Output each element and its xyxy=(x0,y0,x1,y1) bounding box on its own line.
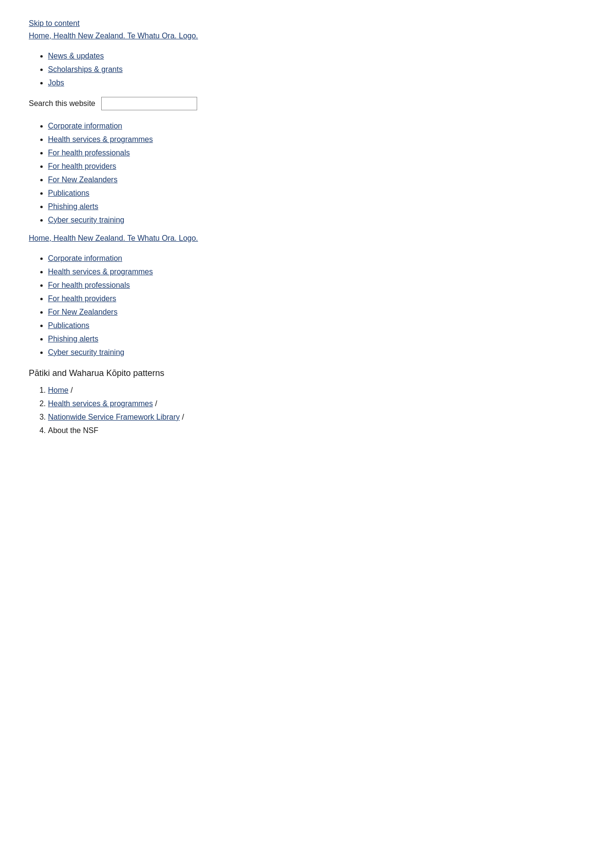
breadcrumb-separator: / xyxy=(71,386,72,394)
breadcrumb-link-health-services[interactable]: Health services & programmes xyxy=(48,399,153,408)
list-item: For New Zealanders xyxy=(48,308,585,317)
logo-link-first[interactable]: Home, Health New Zealand. Te Whatu Ora. … xyxy=(29,32,585,40)
list-item: News & updates xyxy=(48,52,585,60)
list-item: Corporate information xyxy=(48,122,585,130)
list-item: For health providers xyxy=(48,294,585,303)
list-item: Corporate information xyxy=(48,254,585,263)
nav-link-jobs[interactable]: Jobs xyxy=(48,79,64,87)
breadcrumb: Home / Health services & programmes / Na… xyxy=(29,386,585,435)
nav-link-new-zealanders-2[interactable]: For New Zealanders xyxy=(48,308,118,316)
list-item: For health professionals xyxy=(48,149,585,157)
main-nav-first: Corporate information Health services & … xyxy=(29,122,585,224)
nav-link-new-zealanders-1[interactable]: For New Zealanders xyxy=(48,176,118,184)
nav-link-cyber-1[interactable]: Cyber security training xyxy=(48,216,124,224)
list-item: Scholarships & grants xyxy=(48,65,585,74)
breadcrumb-item-nsf-library: Nationwide Service Framework Library / xyxy=(48,413,585,422)
nav-link-scholarships-grants[interactable]: Scholarships & grants xyxy=(48,65,123,73)
nav-link-news-updates[interactable]: News & updates xyxy=(48,52,104,60)
nav-link-corporate-information-2[interactable]: Corporate information xyxy=(48,254,122,262)
nav-link-phishing-2[interactable]: Phishing alerts xyxy=(48,335,98,343)
breadcrumb-separator: / xyxy=(182,413,184,421)
list-item: Cyber security training xyxy=(48,216,585,224)
list-item: Health services & programmes xyxy=(48,135,585,144)
breadcrumb-item-home: Home / xyxy=(48,386,585,395)
breadcrumb-list: Home / Health services & programmes / Na… xyxy=(29,386,585,435)
search-input[interactable] xyxy=(101,97,197,110)
nav-link-health-providers-1[interactable]: For health providers xyxy=(48,162,116,170)
list-item: For New Zealanders xyxy=(48,176,585,184)
list-item: Publications xyxy=(48,321,585,330)
list-item: Jobs xyxy=(48,79,585,87)
breadcrumb-item-about-nsf: About the NSF xyxy=(48,426,585,435)
logo-link-second[interactable]: Home, Health New Zealand. Te Whatu Ora. … xyxy=(29,234,585,243)
nav-link-health-providers-2[interactable]: For health providers xyxy=(48,294,116,303)
nav-link-health-services-1[interactable]: Health services & programmes xyxy=(48,135,153,143)
breadcrumb-link-nsf-library[interactable]: Nationwide Service Framework Library xyxy=(48,413,180,421)
list-item: For health professionals xyxy=(48,281,585,290)
nav-link-cyber-2[interactable]: Cyber security training xyxy=(48,348,124,356)
breadcrumb-separator: / xyxy=(155,399,157,408)
breadcrumb-text-about-nsf: About the NSF xyxy=(48,426,98,434)
nav-link-health-professionals-1[interactable]: For health professionals xyxy=(48,149,130,157)
list-item: Phishing alerts xyxy=(48,335,585,343)
search-label: Search this website xyxy=(29,99,95,108)
nav-link-health-services-2[interactable]: Health services & programmes xyxy=(48,268,153,276)
main-nav-second: Corporate information Health services & … xyxy=(29,254,585,357)
pattern-heading: Pātiki and Waharua Kōpito patterns xyxy=(29,368,585,378)
top-nav-list: News & updates Scholarships & grants Job… xyxy=(29,52,585,87)
list-item: Phishing alerts xyxy=(48,202,585,211)
list-item: For health providers xyxy=(48,162,585,171)
nav-link-publications-2[interactable]: Publications xyxy=(48,321,89,329)
nav-link-health-professionals-2[interactable]: For health professionals xyxy=(48,281,130,289)
top-nav: News & updates Scholarships & grants Job… xyxy=(29,52,585,87)
list-item: Cyber security training xyxy=(48,348,585,357)
search-section: Search this website xyxy=(29,97,585,110)
main-nav-second-list: Corporate information Health services & … xyxy=(29,254,585,357)
skip-to-content-link[interactable]: Skip to content xyxy=(29,19,585,28)
main-nav-first-list: Corporate information Health services & … xyxy=(29,122,585,224)
nav-link-phishing-1[interactable]: Phishing alerts xyxy=(48,202,98,211)
breadcrumb-link-home[interactable]: Home xyxy=(48,386,69,394)
nav-link-publications-1[interactable]: Publications xyxy=(48,189,89,197)
nav-link-corporate-information-1[interactable]: Corporate information xyxy=(48,122,122,130)
list-item: Health services & programmes xyxy=(48,268,585,276)
list-item: Publications xyxy=(48,189,585,198)
breadcrumb-item-health-services: Health services & programmes / xyxy=(48,399,585,408)
